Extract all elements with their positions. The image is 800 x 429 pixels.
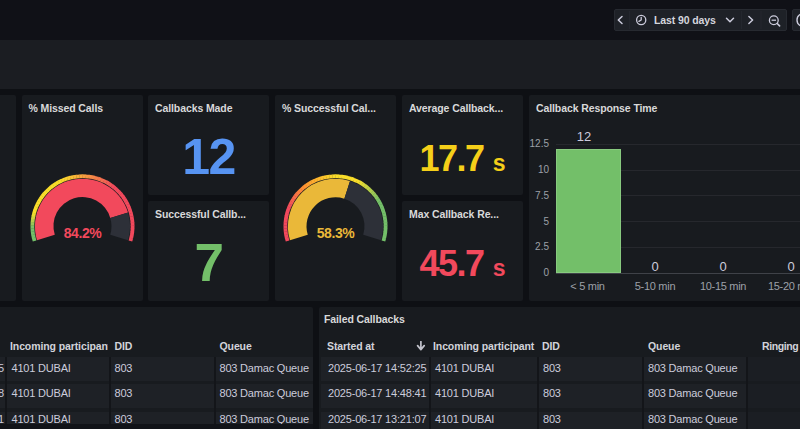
svg-text:84.2%: 84.2% [64, 225, 103, 241]
svg-text:58.3%: 58.3% [317, 225, 356, 241]
